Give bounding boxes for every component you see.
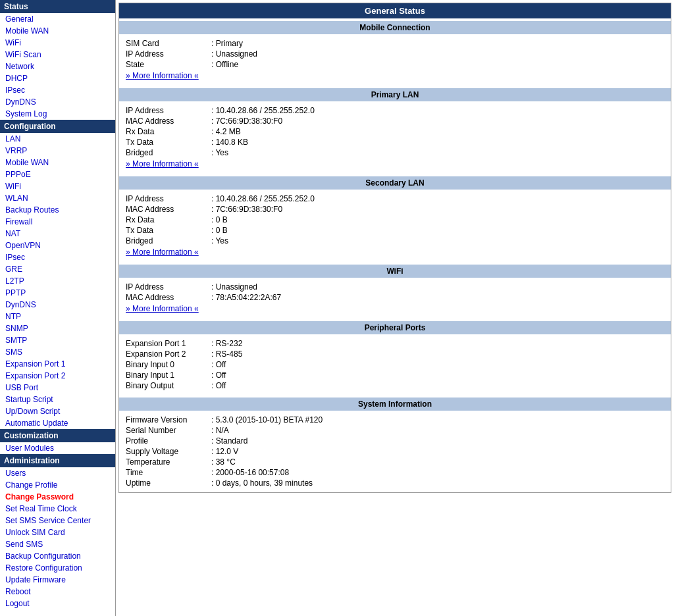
sidebar-item-automatic-update[interactable]: Automatic Update	[0, 417, 115, 429]
sidebar-item-backup-configuration[interactable]: Backup Configuration	[0, 550, 115, 562]
info-value-5-1: : N/A	[211, 426, 229, 435]
sidebar-item-wifi-status[interactable]: WiFi	[0, 37, 115, 49]
info-row-4-2: Binary Input 0: Off	[126, 359, 664, 370]
sidebar-item-updown-script[interactable]: Up/Down Script	[0, 405, 115, 417]
sidebar-item-user-modules[interactable]: User Modules	[0, 442, 115, 454]
info-label-2-0: IP Address	[126, 194, 211, 203]
info-block-2: IP Address: 10.40.28.66 / 255.255.252.0M…	[119, 190, 671, 262]
more-info-link-0[interactable]: » More Information «	[126, 70, 199, 82]
info-row-2-2: Rx Data: 0 B	[126, 215, 664, 225]
info-value-1-2: : 4.2 MB	[211, 127, 241, 136]
info-label-4-3: Binary Input 1	[126, 371, 211, 380]
section-header-2: Secondary LAN	[119, 176, 671, 190]
info-row-0-0: SIM Card: Primary	[126, 38, 664, 49]
sidebar-item-openvpn[interactable]: OpenVPN	[0, 240, 115, 251]
info-value-5-4: : 38 °C	[211, 457, 236, 467]
info-row-5-3: Supply Voltage: 12.0 V	[126, 446, 664, 457]
sidebar-item-mobile-wan-cfg[interactable]: Mobile WAN	[0, 157, 115, 168]
info-row-2-4: Bridged: Yes	[126, 236, 664, 246]
info-row-1-2: Rx Data: 4.2 MB	[126, 126, 664, 137]
sidebar-item-system-log[interactable]: System Log	[0, 108, 115, 120]
info-row-1-0: IP Address: 10.40.28.66 / 255.255.252.0	[126, 105, 664, 116]
sidebar-item-expansion-port-1[interactable]: Expansion Port 1	[0, 358, 115, 370]
info-row-3-1: MAC Address: 78:A5:04:22:2A:67	[126, 292, 664, 303]
sidebar-item-pppoe[interactable]: PPPoE	[0, 168, 115, 180]
more-info-link-1[interactable]: » More Information «	[126, 158, 199, 170]
sidebar-item-snmp[interactable]: SNMP	[0, 322, 115, 334]
info-block-3: IP Address: UnassignedMAC Address: 78:A5…	[119, 278, 671, 319]
info-value-1-3: : 140.8 KB	[211, 138, 248, 147]
sidebar-item-network[interactable]: Network	[0, 61, 115, 72]
sections-container: Mobile ConnectionSIM Card: PrimaryIP Add…	[119, 21, 671, 492]
info-label-1-1: MAC Address	[126, 116, 211, 126]
section-header-1: Primary LAN	[119, 88, 671, 101]
sidebar-item-nat[interactable]: NAT	[0, 228, 115, 240]
sidebar-item-firewall[interactable]: Firewall	[0, 216, 115, 228]
content-area: General Status Mobile ConnectionSIM Card…	[118, 3, 671, 493]
section-header-0: Mobile Connection	[119, 21, 671, 34]
info-value-4-0: : RS-232	[211, 339, 242, 348]
info-value-2-3: : 0 B	[211, 226, 228, 235]
sidebar-section-administration: Administration	[0, 454, 115, 467]
info-label-0-1: IP Address	[126, 49, 211, 59]
sidebar-item-expansion-port-2[interactable]: Expansion Port 2	[0, 370, 115, 382]
info-value-4-1: : RS-485	[211, 349, 242, 359]
info-row-5-0: Firmware Version: 5.3.0 (2015-10-01) BET…	[126, 415, 664, 425]
info-row-3-0: IP Address: Unassigned	[126, 282, 664, 292]
sidebar-item-change-password[interactable]: Change Password	[0, 491, 115, 503]
info-label-2-4: Bridged	[126, 236, 211, 245]
sidebar-item-pptp[interactable]: PPTP	[0, 287, 115, 299]
info-label-1-2: Rx Data	[126, 127, 211, 136]
sidebar-item-dyndns-cfg[interactable]: DynDNS	[0, 299, 115, 311]
sidebar-item-ipsec-cfg[interactable]: IPsec	[0, 251, 115, 263]
more-info-link-3[interactable]: » More Information «	[126, 303, 199, 315]
sidebar-item-restore-configuration[interactable]: Restore Configuration	[0, 562, 115, 574]
sidebar-item-lan[interactable]: LAN	[0, 133, 115, 145]
sidebar-item-l2tp[interactable]: L2TP	[0, 275, 115, 287]
more-info-link-2[interactable]: » More Information «	[126, 246, 199, 258]
sidebar-item-users[interactable]: Users	[0, 467, 115, 479]
info-label-3-0: IP Address	[126, 282, 211, 292]
sidebar-item-dyndns-status[interactable]: DynDNS	[0, 96, 115, 108]
info-row-4-0: Expansion Port 1: RS-232	[126, 338, 664, 349]
sidebar-item-backup-routes[interactable]: Backup Routes	[0, 204, 115, 216]
sidebar-item-ipsec-status[interactable]: IPsec	[0, 84, 115, 96]
sidebar-item-dhcp[interactable]: DHCP	[0, 72, 115, 84]
info-label-0-0: SIM Card	[126, 39, 211, 48]
info-label-1-4: Bridged	[126, 148, 211, 157]
sidebar-item-general[interactable]: General	[0, 13, 115, 25]
info-label-5-1: Serial Number	[126, 426, 211, 435]
info-label-1-3: Tx Data	[126, 138, 211, 147]
sidebar-item-wifi-cfg[interactable]: WiFi	[0, 180, 115, 192]
sidebar-item-vrrp[interactable]: VRRP	[0, 145, 115, 157]
sidebar-item-unlock-sim-card[interactable]: Unlock SIM Card	[0, 526, 115, 538]
sidebar-item-gre[interactable]: GRE	[0, 263, 115, 275]
sidebar-item-startup-script[interactable]: Startup Script	[0, 394, 115, 405]
sidebar-item-reboot[interactable]: Reboot	[0, 586, 115, 598]
sidebar-item-wifi-scan[interactable]: WiFi Scan	[0, 49, 115, 61]
info-value-2-1: : 7C:66:9D:38:30:F0	[211, 205, 282, 214]
sidebar-item-set-sms-service-center[interactable]: Set SMS Service Center	[0, 515, 115, 526]
info-row-0-1: IP Address: Unassigned	[126, 49, 664, 59]
sidebar-item-logout[interactable]: Logout	[0, 598, 115, 609]
sidebar-item-set-real-time-clock[interactable]: Set Real Time Clock	[0, 503, 115, 515]
info-value-5-2: : Standard	[211, 436, 247, 446]
info-value-3-0: : Unassigned	[211, 282, 257, 292]
info-row-4-1: Expansion Port 2: RS-485	[126, 349, 664, 359]
info-label-4-1: Expansion Port 2	[126, 349, 211, 359]
sidebar-item-mobile-wan[interactable]: Mobile WAN	[0, 25, 115, 37]
sidebar-item-update-firmware[interactable]: Update Firmware	[0, 574, 115, 586]
info-value-5-0: : 5.3.0 (2015-10-01) BETA #120	[211, 415, 323, 424]
sidebar-item-usb-port[interactable]: USB Port	[0, 382, 115, 394]
info-label-5-3: Supply Voltage	[126, 447, 211, 456]
sidebar-item-send-sms[interactable]: Send SMS	[0, 538, 115, 550]
info-block-1: IP Address: 10.40.28.66 / 255.255.252.0M…	[119, 101, 671, 174]
sidebar-item-sms[interactable]: SMS	[0, 346, 115, 358]
sidebar-item-wlan[interactable]: WLAN	[0, 192, 115, 204]
info-value-0-0: : Primary	[211, 39, 243, 48]
info-block-4: Expansion Port 1: RS-232Expansion Port 2…	[119, 334, 671, 395]
sidebar-item-ntp[interactable]: NTP	[0, 311, 115, 322]
sidebar-item-smtp[interactable]: SMTP	[0, 334, 115, 346]
sidebar-item-change-profile[interactable]: Change Profile	[0, 479, 115, 491]
info-value-4-2: : Off	[211, 360, 226, 369]
